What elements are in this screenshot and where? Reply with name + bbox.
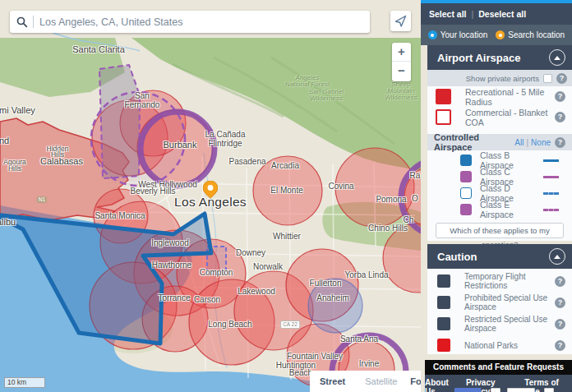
prohibited-row[interactable]: Prohibited Special Use Airspace ? [427,292,572,313]
map-label: Wilderness [310,95,343,102]
map-label: Compton [200,268,233,277]
restricted-row[interactable]: Restricted Special Use Airspace ? [427,313,572,334]
comments-feature-requests-link[interactable]: Comments and Feature Requests [425,360,572,375]
map-label: San [135,91,150,100]
search-bar [10,11,370,33]
map-label: Flintridge [208,139,242,148]
commercial-swatch [436,109,451,125]
prohibited-swatch [437,296,450,309]
airport-airspace-title: Airport Airspace [427,52,549,64]
social-button[interactable] [544,388,554,392]
location-pin-icon[interactable] [203,181,218,199]
national-parks-swatch [437,339,450,352]
map-label: Beverly Hills [130,187,175,196]
map-label: Torrance [159,293,191,302]
search-icon [16,16,28,28]
class-c-line-icon [543,176,559,178]
class-e-label: Class E Airspace [480,200,543,219]
controlled-airspace-header: Controlled Airspace All | None ? [427,134,572,150]
location-mode-row: Your location Search location [421,25,572,45]
your-location-icon [428,30,437,39]
map-label: Inglewood [151,238,189,247]
class-b-row[interactable]: Class B Airspace [427,152,572,168]
commercial-layer-row[interactable]: Commercial - Blanket COA ? [427,107,572,127]
class-e-swatch [460,204,472,215]
layers-sidebar: Select all | Deselect all Your location … [421,0,572,392]
your-location-option[interactable]: Your location [428,30,487,39]
controlled-all-link[interactable]: All [514,138,524,147]
map-canvas[interactable]: Santa Clarita Simi Valley nd Malibu San … [0,0,421,392]
route-shield: N1 [37,196,47,203]
class-d-row[interactable]: Class D Airspace [427,185,572,201]
tfr-swatch [437,274,450,288]
national-parks-row[interactable]: National Parks ? [427,334,572,356]
zoom-out-button[interactable]: − [392,62,411,81]
zoom-in-button[interactable]: + [392,43,411,62]
collapse-caution-button[interactable] [549,248,565,265]
commercial-label: Commercial - Blanket COA [465,108,555,127]
locate-me-button[interactable] [390,11,411,31]
map-label: Hills [51,150,64,159]
search-input[interactable] [39,16,363,28]
select-row: Select all | Deselect all [421,3,572,25]
search-location-label: Search location [508,30,565,39]
help-icon[interactable]: ? [555,276,565,287]
map-label: Chino Hills [368,224,408,233]
class-d-line-icon [543,192,559,195]
map-label: Santa Monica [95,211,145,220]
airspace-map-app: Santa Clarita Simi Valley nd Malibu San … [0,0,572,392]
search-location-option[interactable]: Search location [496,30,565,39]
tab-partial[interactable]: Fo [407,371,421,392]
tfr-row[interactable]: Temporary Flight Restrictions ? [427,270,572,292]
which-applies-button[interactable]: Which of these applies to my operation? [436,223,564,238]
map-label: National Forest [285,81,330,88]
map-label: Santa Clarita [72,44,125,54]
basemap-tabbar: Street Satellite Fo [310,371,421,392]
deselect-all-link[interactable]: Deselect all [478,9,526,19]
sidebar-footer: About Us Privacy Policy Terms of Use [425,375,572,392]
caution-title: Caution [427,251,549,263]
restricted-label: Restricted Special Use Airspace [464,315,555,333]
map-label: Santa Ana [340,334,378,344]
your-location-label: Your location [441,30,487,39]
map-label: Simi Valley [0,105,35,115]
social-button[interactable] [507,388,535,392]
zoom-control: + − [392,43,411,81]
map-label: Anaheim [316,293,348,302]
social-button[interactable] [454,388,481,392]
help-icon[interactable]: ? [555,297,565,308]
social-button[interactable] [491,388,501,392]
prohibited-label: Prohibited Special Use Airspace [464,293,555,311]
help-icon[interactable]: ? [555,91,565,102]
collapse-airport-button[interactable] [549,49,565,66]
restricted-swatch [437,317,450,330]
map-label: Carson [194,295,220,304]
map-label: Norwalk [253,262,283,271]
help-icon[interactable]: ? [556,73,567,84]
map-label: Malibu [0,217,16,227]
tab-satellite[interactable]: Satellite [355,371,407,392]
map-label: Fountain Valley [287,352,343,361]
map-label: Yorba Linda [344,270,388,279]
show-private-airports-checkbox[interactable] [543,74,552,83]
select-all-link[interactable]: Select all [429,9,467,19]
class-e-line-icon [543,209,559,211]
map-label: Ra [410,171,421,180]
about-us-link[interactable]: About Us [425,378,459,392]
tab-street[interactable]: Street [310,371,355,392]
help-icon[interactable]: ? [555,340,565,351]
map-label: O [412,194,418,203]
class-c-row[interactable]: Class C Airspace [427,168,572,185]
class-e-row[interactable]: Class E Airspace [427,201,572,218]
map-label: Beach [289,368,312,377]
map-label: Fullerton [310,279,342,288]
caret-up-icon [554,56,560,60]
help-icon[interactable]: ? [555,319,565,330]
controlled-none-link[interactable]: None [531,138,551,147]
help-icon[interactable]: ? [555,112,565,122]
map-label: Fernando [125,100,160,109]
map-scale: 10 km [4,377,45,388]
show-private-airports-label: Show private airports [466,74,539,83]
recreational-layer-row[interactable]: Recreational - 5 Mile Radius ? [427,86,572,107]
help-icon[interactable]: ? [555,137,565,148]
